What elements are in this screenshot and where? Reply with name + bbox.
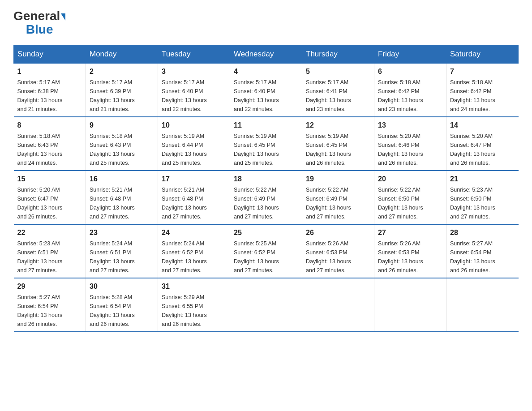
day-cell: 29Sunrise: 5:27 AMSunset: 6:54 PMDayligh…: [14, 278, 86, 332]
day-cell: 6Sunrise: 5:18 AMSunset: 6:42 PMDaylight…: [374, 64, 446, 117]
day-cell: 14Sunrise: 5:20 AMSunset: 6:47 PMDayligh…: [446, 117, 519, 171]
calendar-header: SundayMondayTuesdayWednesdayThursdayFrid…: [14, 45, 519, 64]
day-cell: [446, 278, 519, 332]
day-info: Sunrise: 5:17 AMSunset: 6:38 PMDaylight:…: [17, 79, 63, 112]
day-cell: 15Sunrise: 5:20 AMSunset: 6:47 PMDayligh…: [14, 171, 86, 224]
page-header: General Blue: [13, 9, 519, 36]
day-number: 10: [162, 120, 226, 131]
day-number: 11: [234, 120, 298, 131]
day-number: 15: [17, 174, 82, 184]
day-info: Sunrise: 5:21 AMSunset: 6:48 PMDaylight:…: [162, 187, 207, 220]
day-info: Sunrise: 5:18 AMSunset: 6:43 PMDaylight:…: [17, 133, 63, 166]
day-info: Sunrise: 5:20 AMSunset: 6:47 PMDaylight:…: [17, 187, 63, 220]
day-cell: 12Sunrise: 5:19 AMSunset: 6:45 PMDayligh…: [302, 117, 374, 171]
header-cell-wednesday: Wednesday: [230, 45, 302, 64]
day-cell: 26Sunrise: 5:26 AMSunset: 6:53 PMDayligh…: [302, 224, 374, 278]
logo: General Blue: [13, 9, 65, 36]
day-info: Sunrise: 5:18 AMSunset: 6:42 PMDaylight:…: [378, 79, 423, 112]
day-cell: 13Sunrise: 5:20 AMSunset: 6:46 PMDayligh…: [374, 117, 446, 171]
day-cell: 24Sunrise: 5:24 AMSunset: 6:52 PMDayligh…: [158, 224, 230, 278]
day-cell: 20Sunrise: 5:22 AMSunset: 6:50 PMDayligh…: [374, 171, 446, 224]
day-number: 8: [17, 120, 82, 131]
day-number: 3: [162, 66, 226, 77]
day-number: 12: [306, 120, 370, 131]
logo-blue: Blue: [26, 23, 53, 36]
day-cell: 21Sunrise: 5:23 AMSunset: 6:50 PMDayligh…: [446, 171, 519, 224]
day-cell: [230, 278, 302, 332]
day-info: Sunrise: 5:27 AMSunset: 6:54 PMDaylight:…: [17, 294, 63, 327]
header-cell-saturday: Saturday: [446, 45, 519, 64]
day-cell: 4Sunrise: 5:17 AMSunset: 6:40 PMDaylight…: [230, 64, 302, 117]
day-info: Sunrise: 5:22 AMSunset: 6:49 PMDaylight:…: [306, 187, 351, 220]
day-cell: 2Sunrise: 5:17 AMSunset: 6:39 PMDaylight…: [86, 64, 158, 117]
day-cell: 19Sunrise: 5:22 AMSunset: 6:49 PMDayligh…: [302, 171, 374, 224]
day-number: 28: [450, 227, 515, 238]
day-number: 4: [234, 66, 298, 77]
day-info: Sunrise: 5:28 AMSunset: 6:54 PMDaylight:…: [90, 294, 135, 327]
day-info: Sunrise: 5:27 AMSunset: 6:54 PMDaylight:…: [450, 240, 495, 274]
header-cell-tuesday: Tuesday: [158, 45, 230, 64]
day-cell: 11Sunrise: 5:19 AMSunset: 6:45 PMDayligh…: [230, 117, 302, 171]
day-cell: 25Sunrise: 5:25 AMSunset: 6:52 PMDayligh…: [230, 224, 302, 278]
day-number: 19: [306, 174, 370, 184]
day-info: Sunrise: 5:23 AMSunset: 6:50 PMDaylight:…: [450, 187, 495, 220]
day-number: 13: [378, 120, 442, 131]
day-info: Sunrise: 5:29 AMSunset: 6:55 PMDaylight:…: [162, 294, 207, 327]
day-cell: 9Sunrise: 5:18 AMSunset: 6:43 PMDaylight…: [86, 117, 158, 171]
header-row: SundayMondayTuesdayWednesdayThursdayFrid…: [14, 45, 519, 64]
day-info: Sunrise: 5:24 AMSunset: 6:51 PMDaylight:…: [90, 240, 135, 274]
day-number: 26: [306, 227, 370, 238]
day-number: 23: [90, 227, 154, 238]
calendar-body: 1Sunrise: 5:17 AMSunset: 6:38 PMDaylight…: [14, 64, 519, 332]
day-info: Sunrise: 5:20 AMSunset: 6:47 PMDaylight:…: [450, 133, 495, 166]
header-cell-monday: Monday: [86, 45, 158, 64]
day-number: 9: [90, 120, 154, 131]
day-number: 18: [234, 174, 298, 184]
day-info: Sunrise: 5:18 AMSunset: 6:43 PMDaylight:…: [90, 133, 135, 166]
day-number: 16: [90, 174, 154, 184]
day-cell: 3Sunrise: 5:17 AMSunset: 6:40 PMDaylight…: [158, 64, 230, 117]
day-cell: 7Sunrise: 5:18 AMSunset: 6:42 PMDaylight…: [446, 64, 519, 117]
day-cell: 28Sunrise: 5:27 AMSunset: 6:54 PMDayligh…: [446, 224, 519, 278]
day-info: Sunrise: 5:22 AMSunset: 6:50 PMDaylight:…: [378, 187, 423, 220]
day-info: Sunrise: 5:17 AMSunset: 6:39 PMDaylight:…: [90, 79, 135, 112]
week-row-4: 22Sunrise: 5:23 AMSunset: 6:51 PMDayligh…: [14, 224, 519, 278]
day-info: Sunrise: 5:25 AMSunset: 6:52 PMDaylight:…: [234, 240, 279, 274]
day-info: Sunrise: 5:17 AMSunset: 6:41 PMDaylight:…: [306, 79, 351, 112]
day-info: Sunrise: 5:26 AMSunset: 6:53 PMDaylight:…: [306, 240, 351, 274]
week-row-1: 1Sunrise: 5:17 AMSunset: 6:38 PMDaylight…: [14, 64, 519, 117]
day-number: 21: [450, 174, 515, 184]
header-cell-thursday: Thursday: [302, 45, 374, 64]
day-info: Sunrise: 5:17 AMSunset: 6:40 PMDaylight:…: [234, 79, 279, 112]
day-info: Sunrise: 5:24 AMSunset: 6:52 PMDaylight:…: [162, 240, 207, 274]
day-info: Sunrise: 5:21 AMSunset: 6:48 PMDaylight:…: [90, 187, 135, 220]
logo-icon: General Blue: [13, 9, 65, 36]
day-number: 29: [17, 281, 82, 292]
day-number: 14: [450, 120, 515, 131]
day-number: 20: [378, 174, 442, 184]
week-row-2: 8Sunrise: 5:18 AMSunset: 6:43 PMDaylight…: [14, 117, 519, 171]
day-cell: 8Sunrise: 5:18 AMSunset: 6:43 PMDaylight…: [14, 117, 86, 171]
day-cell: 23Sunrise: 5:24 AMSunset: 6:51 PMDayligh…: [86, 224, 158, 278]
header-cell-sunday: Sunday: [14, 45, 86, 64]
day-info: Sunrise: 5:23 AMSunset: 6:51 PMDaylight:…: [17, 240, 63, 274]
week-row-3: 15Sunrise: 5:20 AMSunset: 6:47 PMDayligh…: [14, 171, 519, 224]
day-info: Sunrise: 5:20 AMSunset: 6:46 PMDaylight:…: [378, 133, 423, 166]
day-number: 24: [162, 227, 226, 238]
day-info: Sunrise: 5:19 AMSunset: 6:44 PMDaylight:…: [162, 133, 207, 166]
day-number: 17: [162, 174, 226, 184]
day-number: 27: [378, 227, 442, 238]
day-info: Sunrise: 5:18 AMSunset: 6:42 PMDaylight:…: [450, 79, 495, 112]
header-cell-friday: Friday: [374, 45, 446, 64]
day-info: Sunrise: 5:17 AMSunset: 6:40 PMDaylight:…: [162, 79, 207, 112]
day-cell: 17Sunrise: 5:21 AMSunset: 6:48 PMDayligh…: [158, 171, 230, 224]
day-info: Sunrise: 5:26 AMSunset: 6:53 PMDaylight:…: [378, 240, 423, 274]
day-info: Sunrise: 5:22 AMSunset: 6:49 PMDaylight:…: [234, 187, 279, 220]
day-number: 30: [90, 281, 154, 292]
calendar-table: SundayMondayTuesdayWednesdayThursdayFrid…: [13, 45, 519, 332]
day-cell: 27Sunrise: 5:26 AMSunset: 6:53 PMDayligh…: [374, 224, 446, 278]
day-cell: [302, 278, 374, 332]
logo-general: General: [13, 9, 65, 23]
day-cell: 31Sunrise: 5:29 AMSunset: 6:55 PMDayligh…: [158, 278, 230, 332]
day-cell: 10Sunrise: 5:19 AMSunset: 6:44 PMDayligh…: [158, 117, 230, 171]
